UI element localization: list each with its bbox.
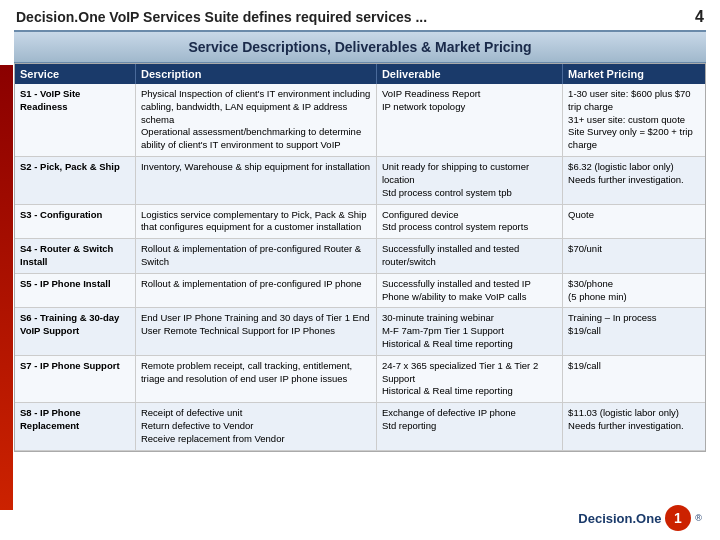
col-header-deliverable: Deliverable: [376, 64, 562, 84]
cell-description: End User IP Phone Training and 30 days o…: [135, 308, 376, 355]
cell-service: S2 - Pick, Pack & Ship: [15, 157, 135, 204]
table-row: S3 - ConfigurationLogistics service comp…: [15, 204, 705, 239]
table-row: S5 - IP Phone InstallRollout & implement…: [15, 273, 705, 308]
cell-description: Logistics service complementary to Pick,…: [135, 204, 376, 239]
table-row: S2 - Pick, Pack & ShipInventory, Warehou…: [15, 157, 705, 204]
cell-service: S5 - IP Phone Install: [15, 273, 135, 308]
table-row: S4 - Router & Switch InstallRollout & im…: [15, 239, 705, 274]
services-table: Service Description Deliverable Market P…: [15, 64, 705, 451]
page-number: 4: [695, 8, 704, 26]
section-header: Service Descriptions, Deliverables & Mar…: [14, 30, 706, 63]
svg-text:1: 1: [674, 510, 682, 526]
cell-description: Inventory, Warehouse & ship equipment fo…: [135, 157, 376, 204]
cell-deliverable: Successfully installed and tested router…: [376, 239, 562, 274]
cell-deliverable: Unit ready for shipping to customer loca…: [376, 157, 562, 204]
cell-deliverable: Successfully installed and tested IP Pho…: [376, 273, 562, 308]
registered-mark: ®: [695, 513, 702, 523]
cell-deliverable: 24-7 x 365 specialized Tier 1 & Tier 2 S…: [376, 355, 562, 402]
cell-pricing: $11.03 (logistic labor only) Needs furth…: [563, 403, 705, 450]
cell-description: Physical Inspection of client's IT envir…: [135, 84, 376, 157]
cell-pricing: $30/phone (5 phone min): [563, 273, 705, 308]
header: Decision.One VoIP Services Suite defines…: [0, 0, 720, 30]
page: Decision.One VoIP Services Suite defines…: [0, 0, 720, 540]
cell-pricing: $70/unit: [563, 239, 705, 274]
cell-deliverable: VoIP Readiness Report IP network topolog…: [376, 84, 562, 157]
main-table-container: Service Description Deliverable Market P…: [14, 63, 706, 452]
cell-service: S3 - Configuration: [15, 204, 135, 239]
cell-service: S6 - Training & 30-day VoIP Support: [15, 308, 135, 355]
logo-icon: 1: [664, 504, 692, 532]
cell-pricing: Training – In process $19/call: [563, 308, 705, 355]
company-logo: Decision.One 1 ®: [578, 504, 702, 532]
footer: Decision.One 1 ®: [578, 504, 702, 532]
table-row: S7 - IP Phone SupportRemote problem rece…: [15, 355, 705, 402]
table-row: S6 - Training & 30-day VoIP SupportEnd U…: [15, 308, 705, 355]
table-header-row: Service Description Deliverable Market P…: [15, 64, 705, 84]
cell-service: S4 - Router & Switch Install: [15, 239, 135, 274]
cell-deliverable: Exchange of defective IP phone Std repor…: [376, 403, 562, 450]
cell-pricing: $19/call: [563, 355, 705, 402]
col-header-pricing: Market Pricing: [563, 64, 705, 84]
cell-deliverable: Configured device Std process control sy…: [376, 204, 562, 239]
cell-description: Remote problem receipt, call tracking, e…: [135, 355, 376, 402]
left-accent-bar: [0, 65, 13, 510]
cell-pricing: $6.32 (logistic labor only) Needs furthe…: [563, 157, 705, 204]
table-row: S1 - VoIP Site ReadinessPhysical Inspect…: [15, 84, 705, 157]
cell-pricing: Quote: [563, 204, 705, 239]
logo-text: Decision.One: [578, 511, 661, 526]
cell-description: Receipt of defective unit Return defecti…: [135, 403, 376, 450]
cell-service: S8 - IP Phone Replacement: [15, 403, 135, 450]
cell-service: S7 - IP Phone Support: [15, 355, 135, 402]
col-header-description: Description: [135, 64, 376, 84]
col-header-service: Service: [15, 64, 135, 84]
table-row: S8 - IP Phone ReplacementReceipt of defe…: [15, 403, 705, 450]
cell-description: Rollout & implementation of pre-configur…: [135, 239, 376, 274]
cell-service: S1 - VoIP Site Readiness: [15, 84, 135, 157]
cell-pricing: 1-30 user site: $600 plus $70 trip charg…: [563, 84, 705, 157]
cell-description: Rollout & implementation of pre-configur…: [135, 273, 376, 308]
page-title: Decision.One VoIP Services Suite defines…: [16, 9, 427, 25]
cell-deliverable: 30-minute training webinar M-F 7am-7pm T…: [376, 308, 562, 355]
